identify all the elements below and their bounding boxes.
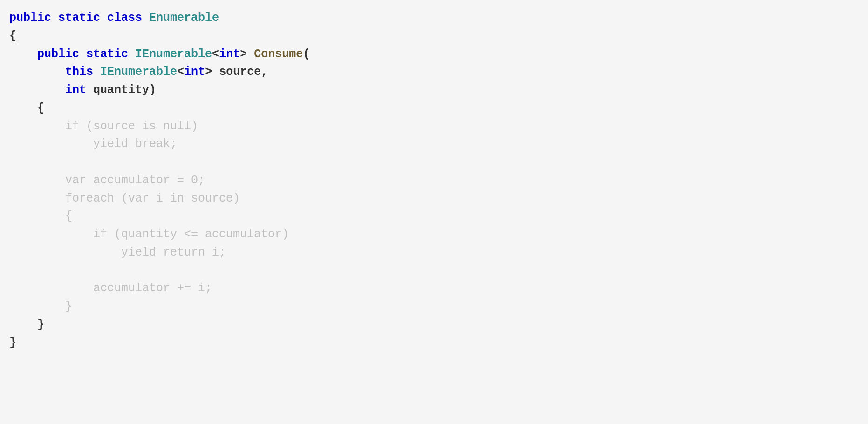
code-line: foreach (var i in source) — [9, 192, 240, 205]
parameter: source — [219, 65, 261, 79]
angle-bracket: < — [177, 65, 184, 79]
code-line: } — [9, 318, 44, 331]
type-name: IEnumerable — [100, 65, 177, 79]
type-name: IEnumerable — [135, 47, 212, 61]
brace: } — [37, 318, 44, 331]
faded-code: } — [65, 300, 72, 313]
method-name: Consume — [254, 47, 303, 61]
faded-code: foreach (var i in source) — [65, 192, 240, 205]
faded-code: if (quantity <= accumulator) — [93, 228, 289, 241]
brace: { — [37, 101, 44, 115]
code-line: if (source is null) — [9, 120, 198, 133]
code-line: public static IEnumerable<int> Consume( — [9, 47, 310, 61]
faded-code: if (source is null) — [65, 120, 198, 133]
faded-code: { — [65, 209, 72, 223]
code-line: { — [9, 209, 72, 223]
keyword-int: int — [219, 47, 240, 61]
code-line: { — [9, 101, 44, 115]
keyword-int: int — [184, 65, 205, 79]
code-line: { — [9, 29, 16, 43]
type-name: Enumerable — [149, 11, 219, 25]
angle-bracket: > — [205, 65, 212, 79]
paren: ( — [303, 47, 310, 61]
brace: { — [9, 29, 16, 43]
code-line: if (quantity <= accumulator) — [9, 228, 289, 241]
code-block: public static class Enumerable { public … — [9, 9, 859, 352]
keyword-public: public — [9, 11, 51, 25]
code-line: var accumulator = 0; — [9, 174, 205, 187]
angle-bracket: > — [240, 47, 247, 61]
code-line: yield return i; — [9, 246, 226, 259]
parameter: quantity — [93, 83, 149, 97]
keyword-this: this — [65, 65, 93, 79]
faded-code: yield return i; — [121, 246, 226, 259]
comma: , — [261, 65, 268, 79]
keyword-class: class — [107, 11, 142, 25]
faded-code: var accumulator = 0; — [65, 174, 205, 187]
faded-code: yield break; — [93, 137, 177, 151]
keyword-public: public — [37, 47, 79, 61]
code-line: } — [9, 336, 16, 350]
code-line: int quantity) — [9, 83, 156, 97]
code-line: this IEnumerable<int> source, — [9, 65, 268, 79]
keyword-int: int — [65, 83, 86, 97]
keyword-static: static — [86, 47, 128, 61]
code-line: public static class Enumerable — [9, 11, 219, 25]
angle-bracket: < — [212, 47, 219, 61]
brace: } — [9, 336, 16, 350]
code-line: accumulator += i; — [9, 282, 212, 295]
paren: ) — [149, 83, 156, 97]
faded-code: accumulator += i; — [93, 282, 212, 295]
keyword-static: static — [58, 11, 100, 25]
code-line: } — [9, 300, 72, 313]
code-line: yield break; — [9, 137, 177, 151]
